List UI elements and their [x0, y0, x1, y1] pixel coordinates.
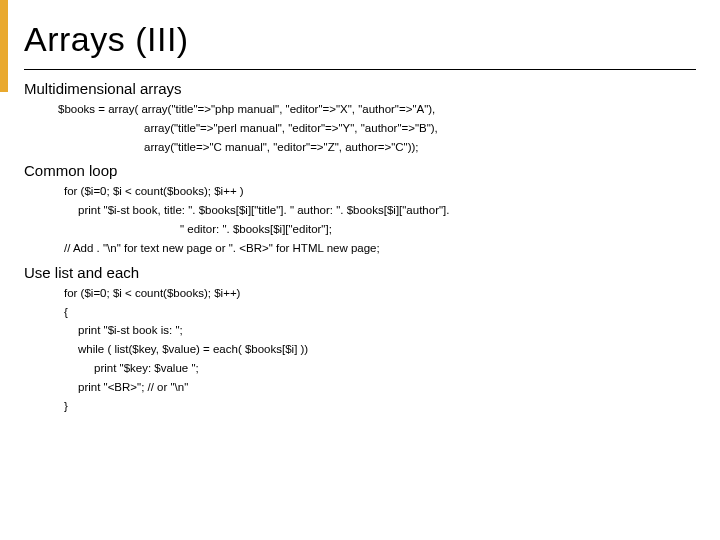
- slide: Arrays (III) Multidimensional arrays $bo…: [0, 0, 720, 540]
- code-line: " editor: ". $books[$i]["editor"];: [24, 221, 696, 239]
- slide-title: Arrays (III): [24, 20, 696, 59]
- code-line: for ($i=0; $i < count($books); $i++ ): [24, 183, 696, 201]
- title-underline: [24, 69, 696, 70]
- code-line: // Add . "\n" for text new page or ". <B…: [24, 240, 696, 258]
- code-line: print "$i-st book, title: ". $books[$i][…: [24, 202, 696, 220]
- code-line: $books = array( array("title"=>"php manu…: [24, 101, 696, 119]
- code-line: print "$key: $value ";: [24, 360, 696, 378]
- code-line: array("title=>"C manual", "editor"=>"Z",…: [24, 139, 696, 157]
- accent-bar: [0, 0, 8, 92]
- section-heading-list-each: Use list and each: [24, 264, 696, 281]
- code-line: print "<BR>"; // or "\n": [24, 379, 696, 397]
- code-line: }: [24, 398, 696, 416]
- code-line: for ($i=0; $i < count($books); $i++): [24, 285, 696, 303]
- code-line: while ( list($key, $value) = each( $book…: [24, 341, 696, 359]
- code-line: print "$i-st book is: ";: [24, 322, 696, 340]
- section-heading-common-loop: Common loop: [24, 162, 696, 179]
- code-line: array("title"=>"perl manual", "editor"=>…: [24, 120, 696, 138]
- section-heading-multidimensional: Multidimensional arrays: [24, 80, 696, 97]
- code-line: {: [24, 304, 696, 322]
